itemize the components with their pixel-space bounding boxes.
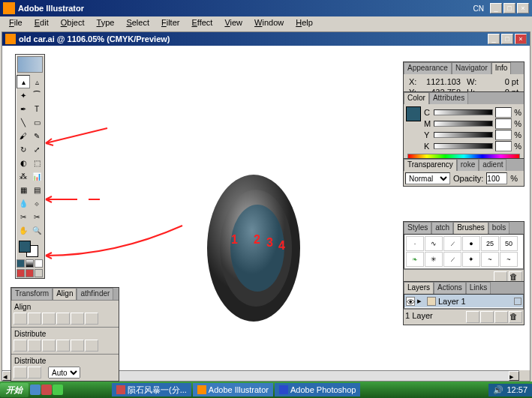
none-mode-button[interactable]	[35, 259, 43, 268]
minimize-button[interactable]: _	[490, 3, 502, 13]
brush-item[interactable]: ∿	[425, 236, 443, 251]
align-vcenter-button[interactable]	[71, 313, 84, 325]
menu-window[interactable]: Window	[248, 16, 290, 31]
magic-wand-tool[interactable]: ✦	[17, 88, 30, 102]
rectangle-tool[interactable]: ▭	[30, 115, 44, 129]
tab-links[interactable]: Links	[466, 282, 491, 294]
tab-color[interactable]: Color	[404, 92, 429, 104]
fill-stroke-swatch[interactable]	[17, 239, 43, 257]
tray-icon[interactable]: 🔊	[493, 385, 503, 395]
graph-tool[interactable]: 📊	[30, 169, 44, 183]
k-slider[interactable]	[434, 143, 493, 149]
free-transform-tool[interactable]: ⬚	[30, 156, 44, 169]
y-value[interactable]	[495, 130, 512, 140]
tab-appearance[interactable]: Appearance	[404, 62, 452, 74]
menu-type[interactable]: Type	[91, 16, 121, 31]
symbol-sprayer-tool[interactable]: ⁂	[17, 169, 30, 183]
dist-hspace-button[interactable]	[28, 367, 41, 379]
tab-stroke[interactable]: roke	[457, 159, 479, 171]
blend-mode-select[interactable]: Normal	[405, 172, 450, 184]
menu-edit[interactable]: Edit	[29, 16, 55, 31]
line-tool[interactable]: ╲	[17, 115, 30, 129]
align-bottom-button[interactable]	[85, 313, 98, 325]
selection-tool[interactable]: ▴	[17, 75, 30, 88]
menu-filter[interactable]: Filter	[155, 16, 185, 31]
align-top-button[interactable]	[56, 313, 70, 325]
tab-transparency[interactable]: Transparency	[404, 159, 457, 171]
fill-color[interactable]	[19, 241, 31, 253]
slice-tool[interactable]: ✂	[17, 210, 30, 223]
tab-info[interactable]: Info	[491, 62, 512, 74]
dist-left-button[interactable]	[56, 340, 70, 352]
blend-tool[interactable]: ⟐	[30, 196, 44, 210]
screen-mode-full-menu[interactable]	[26, 269, 34, 277]
brush-item[interactable]: ⟋	[443, 236, 461, 251]
screen-mode-normal[interactable]	[17, 269, 25, 277]
tab-gradient[interactable]: adient	[479, 159, 506, 171]
menu-effect[interactable]: Effect	[185, 16, 218, 31]
brush-item[interactable]: ·	[406, 236, 424, 251]
brush-item[interactable]: ●	[462, 236, 480, 251]
y-slider[interactable]	[434, 132, 493, 138]
scale-tool[interactable]: ⤢	[30, 142, 44, 156]
scissors-tool[interactable]: ✂	[30, 210, 44, 223]
brush-item[interactable]: ✳	[425, 252, 443, 267]
lasso-tool[interactable]: ⁀	[30, 88, 44, 102]
screen-mode-full[interactable]	[35, 269, 43, 277]
type-tool[interactable]: T	[30, 102, 44, 115]
tab-symbols[interactable]: bols	[488, 222, 509, 234]
layers-btn-1[interactable]	[466, 311, 479, 323]
align-hcenter-button[interactable]	[28, 313, 41, 325]
tab-transform[interactable]: Transform	[11, 288, 53, 300]
tab-styles[interactable]: Styles	[404, 222, 431, 234]
quick-launch-icon[interactable]	[30, 385, 41, 395]
menu-select[interactable]: Select	[120, 16, 155, 31]
taskbar-item-active[interactable]: Adobe Illustrator	[193, 383, 273, 397]
menu-object[interactable]: Object	[55, 16, 91, 31]
zoom-tool[interactable]: 🔍	[30, 223, 44, 237]
tab-pathfinder[interactable]: athfinder	[77, 288, 113, 300]
mesh-tool[interactable]: ▦	[17, 183, 30, 196]
brush-item[interactable]: ❧	[406, 252, 424, 267]
tab-navigator[interactable]: Navigator	[452, 62, 491, 74]
close-button[interactable]: ×	[517, 3, 529, 13]
opacity-input[interactable]	[486, 172, 507, 184]
color-mode-button[interactable]	[17, 259, 25, 268]
new-layer-button[interactable]	[494, 311, 508, 323]
layer-expand-icon[interactable]: ▸	[417, 296, 425, 306]
layer-visibility-icon[interactable]: 👁	[406, 297, 415, 306]
k-value[interactable]	[495, 141, 512, 151]
delete-layer-button[interactable]: 🗑	[509, 311, 522, 323]
c-slider[interactable]	[434, 109, 493, 115]
dist-right-button[interactable]	[85, 340, 98, 352]
c-value[interactable]	[495, 107, 512, 118]
tab-swatches[interactable]: atch	[431, 222, 453, 234]
tab-attributes[interactable]: Attributes	[429, 92, 468, 104]
brush-item[interactable]: ~	[481, 252, 499, 267]
rotate-tool[interactable]: ↻	[17, 142, 30, 156]
eyedropper-tool[interactable]: 💧	[17, 196, 30, 210]
maximize-button[interactable]: □	[503, 3, 515, 13]
artwork-ellipse[interactable]	[205, 173, 302, 323]
hand-tool[interactable]: ✋	[17, 223, 30, 237]
dist-bottom-button[interactable]	[42, 340, 56, 352]
quick-launch-icon[interactable]	[41, 385, 52, 395]
doc-minimize-button[interactable]: _	[488, 34, 500, 44]
pencil-tool[interactable]: ✎	[30, 129, 44, 142]
dist-hcenter-button[interactable]	[71, 340, 84, 352]
layer-name[interactable]: Layer 1	[438, 297, 466, 306]
ime-indicator[interactable]: CN	[473, 4, 484, 13]
dist-vcenter-button[interactable]	[28, 340, 41, 352]
brush-item[interactable]: 25	[481, 236, 499, 251]
align-right-button[interactable]	[42, 313, 56, 325]
doc-maximize-button[interactable]: □	[501, 34, 513, 44]
direct-selection-tool[interactable]: ▵	[30, 75, 44, 88]
brush-item[interactable]: ~	[500, 252, 518, 267]
clock[interactable]: 12:57	[506, 385, 527, 394]
align-left-button[interactable]	[14, 313, 27, 325]
dist-top-button[interactable]	[14, 340, 27, 352]
layer-row[interactable]: 👁 ▸ Layer 1	[404, 295, 523, 307]
gradient-tool[interactable]: ▤	[30, 183, 44, 196]
dist-vspace-button[interactable]	[14, 367, 27, 379]
tab-actions[interactable]: Actions	[434, 282, 466, 294]
